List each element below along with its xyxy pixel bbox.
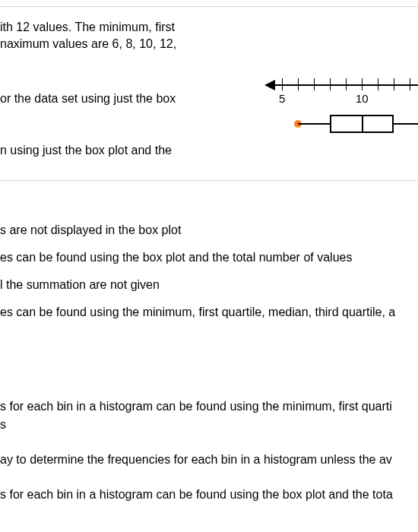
question-area: ith 12 values. The minimum, first naximu… [0, 7, 418, 180]
q-line3: or the data set using just the box [0, 92, 176, 105]
axis-tick-label: 10 [356, 92, 369, 105]
axis-tick [362, 78, 363, 90]
answer-b1-cont: s [0, 416, 418, 433]
question-stem-1: ith 12 values. The minimum, first naximu… [0, 19, 258, 52]
answers-group-a: s are not displayed in the box plot es c… [0, 181, 418, 362]
answer-a1[interactable]: s are not displayed in the box plot [0, 222, 418, 239]
axis-tick [314, 78, 315, 90]
boxplot-whisker-right [394, 123, 418, 125]
axis-tick [394, 78, 394, 90]
answer-a3[interactable]: l the summation are not given [0, 277, 418, 293]
answer-b2[interactable]: ay to determine the frequencies for each… [0, 451, 418, 468]
b1-text: s for each bin in a histogram can be fou… [0, 400, 392, 413]
q-line2: naximum values are 6, 8, 10, 12, [0, 37, 176, 50]
q-line4: n using just the box plot and the [0, 144, 172, 157]
axis-tick [346, 78, 347, 90]
axis-tick [410, 78, 410, 90]
q-line1: ith 12 values. The minimum, first [0, 21, 175, 33]
axis-tick [378, 78, 378, 90]
answer-b3[interactable]: s for each bin in a histogram can be fou… [0, 486, 418, 503]
axis-tick-label: 5 [279, 92, 285, 105]
answer-a2[interactable]: es can be found using the box plot and t… [0, 249, 418, 266]
question-stem-3: n using just the box plot and the [0, 142, 258, 159]
question-stem-2: or the data set using just the box [0, 90, 258, 107]
boxplot-median [362, 115, 363, 133]
number-line-axis [266, 84, 418, 86]
axis-tick [330, 78, 331, 90]
answer-a4[interactable]: es can be found using the minimum, first… [0, 304, 418, 321]
answer-b1[interactable]: s for each bin in a histogram can be fou… [0, 398, 418, 415]
box-plot-chart: 510 [266, 55, 418, 147]
axis-tick [282, 78, 283, 90]
axis-tick [298, 78, 299, 90]
boxplot-whisker-left [298, 123, 330, 125]
page: ith 12 values. The minimum, first naximu… [0, 6, 418, 532]
answers-group-b: s for each bin in a histogram can be fou… [0, 362, 418, 503]
